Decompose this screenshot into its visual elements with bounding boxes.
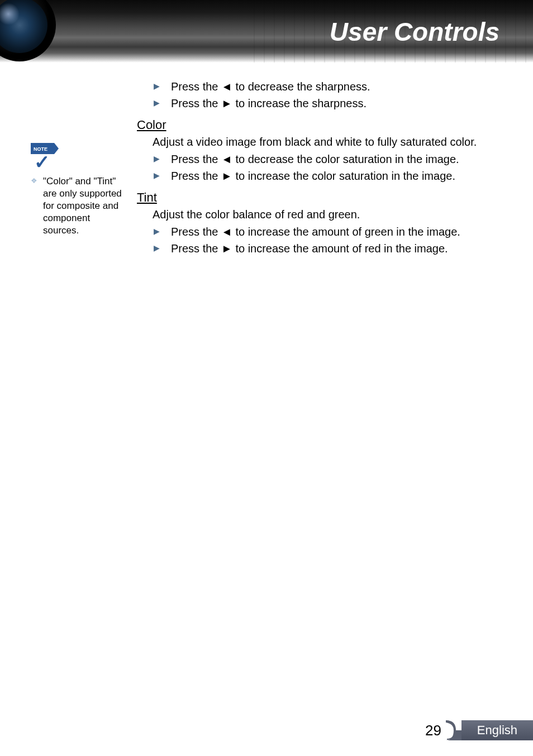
chevron-right-icon: ▶ [154, 154, 160, 163]
sharpness-bullets: ▶ Press the ◄ to decrease the sharpness.… [154, 79, 499, 111]
bullet-text: Press the ◄ to increase the amount of gr… [171, 224, 460, 240]
sidebar-note: NOTE ✓ ❖ "Color" and "Tint" are only sup… [31, 143, 129, 237]
page-number: 29 [425, 722, 441, 739]
list-item: ▶ Press the ◄ to decrease the sharpness. [154, 79, 499, 94]
tint-bullets: ▶ Press the ◄ to increase the amount of … [154, 224, 499, 256]
lens-graphic [0, 0, 73, 63]
list-item: ▶ Press the ► to increase the amount of … [154, 241, 499, 256]
bullet-text: Press the ◄ to decrease the color satura… [171, 152, 459, 167]
color-bullets: ▶ Press the ◄ to decrease the color satu… [154, 152, 499, 184]
note-icon: NOTE ✓ [31, 143, 60, 169]
chevron-right-icon: ▶ [154, 227, 160, 236]
bullet-text: Press the ► to increase the color satura… [171, 169, 455, 184]
chevron-right-icon: ▶ [154, 243, 160, 252]
header-banner: User Controls [0, 0, 533, 63]
color-heading: Color [137, 118, 499, 132]
list-item: ▶ Press the ◄ to decrease the color satu… [154, 152, 499, 167]
bullet-text: Press the ► to increase the sharpness. [171, 96, 367, 111]
footer-curve-icon [446, 720, 461, 740]
tint-intro: Adjust the color balance of red and gree… [153, 207, 499, 222]
list-item: ▶ Press the ► to increase the sharpness. [154, 96, 499, 111]
diamond-icon: ❖ [31, 176, 37, 185]
bullet-text: Press the ► to increase the amount of re… [171, 241, 448, 256]
chevron-right-icon: ▶ [154, 171, 160, 180]
tint-heading: Tint [137, 190, 499, 205]
list-item: ▶ Press the ◄ to increase the amount of … [154, 224, 499, 240]
bullet-text: Press the ◄ to decrease the sharpness. [171, 79, 370, 94]
chevron-right-icon: ▶ [154, 82, 160, 90]
chevron-right-icon: ▶ [154, 98, 160, 107]
list-item: ▶ Press the ► to increase the color satu… [154, 169, 499, 184]
note-text: "Color" and "Tint" are only supported fo… [43, 175, 129, 237]
checkmark-icon: ✓ [34, 151, 50, 173]
color-intro: Adjust a video image from black and whit… [153, 135, 499, 150]
language-label: English [461, 720, 533, 740]
note-item: ❖ "Color" and "Tint" are only supported … [31, 175, 129, 237]
page-title: User Controls [330, 17, 499, 47]
footer: 29 English [425, 720, 533, 740]
